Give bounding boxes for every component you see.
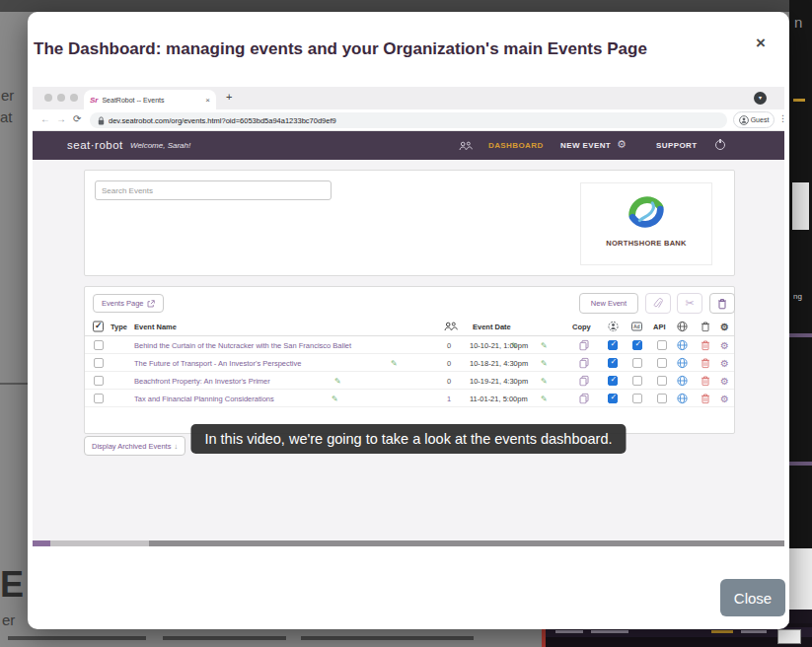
reload-icon[interactable]: ⟳ <box>73 113 81 124</box>
ad-checkbox[interactable] <box>632 358 642 368</box>
lock-icon <box>98 116 105 125</box>
event-name-link[interactable]: The Future of Transport - An Investor's … <box>134 358 301 367</box>
event-row: Behind the Curtain of the Nutcracker wit… <box>85 336 734 354</box>
backdrop-right-strip: ng <box>789 0 812 548</box>
row-checkbox[interactable] <box>94 376 104 386</box>
attendees-icon[interactable] <box>459 141 473 151</box>
row-checkbox[interactable] <box>94 358 104 368</box>
event-name-link[interactable]: Beachfront Property: An Investor's Prime… <box>134 376 270 385</box>
search-events-input[interactable] <box>95 180 332 200</box>
edit-icon[interactable]: ✎ <box>332 394 338 402</box>
back-icon[interactable]: ← <box>40 113 50 124</box>
table-header: Type Event Name Event Date Copy Ad API <box>85 317 734 336</box>
copy-icon[interactable] <box>579 375 589 386</box>
backdrop-divider <box>0 383 28 385</box>
backdrop-text-bar <box>163 636 286 640</box>
nav-item-new-event[interactable]: NEW EVENT <box>560 141 611 150</box>
forward-icon[interactable]: → <box>56 113 66 124</box>
event-name-link[interactable]: Behind the Curtain of the Nutcracker wit… <box>134 340 351 349</box>
video-progress-played[interactable] <box>33 540 50 546</box>
edit-icon[interactable]: ✎ <box>541 358 548 367</box>
tab-close-icon[interactable]: × <box>205 96 210 105</box>
event-date: 10-19-21, 4:30pm <box>470 376 528 385</box>
attendee-count: 0 <box>447 358 451 367</box>
globe-icon[interactable] <box>677 393 688 403</box>
globe-icon[interactable] <box>677 339 688 350</box>
settings-gear-icon[interactable]: ⚙ <box>720 357 729 368</box>
api-checkbox[interactable] <box>657 358 667 368</box>
settings-gear-icon[interactable]: ⚙ <box>617 138 627 151</box>
api-checkbox[interactable] <box>657 394 667 403</box>
trash-icon[interactable] <box>701 357 710 368</box>
podcast-icon <box>608 321 619 331</box>
podcast-checkbox[interactable] <box>608 340 618 350</box>
address-bar[interactable]: dev.seatrobot.com/org/events.html?oid=60… <box>90 112 727 128</box>
edit-icon[interactable]: ✎ <box>391 358 398 367</box>
events-page-button[interactable]: Events Page <box>93 294 164 313</box>
browser-menu-icon[interactable]: ⋮ <box>778 113 784 123</box>
nav-item-support[interactable]: SUPPORT <box>656 141 697 150</box>
settings-gear-icon[interactable]: ⚙ <box>720 393 729 403</box>
trash-icon[interactable] <box>701 339 710 350</box>
trash-icon[interactable] <box>701 393 710 403</box>
select-all-checkbox[interactable] <box>93 321 104 331</box>
edit-icon[interactable]: ✎ <box>541 340 548 349</box>
extension-icon[interactable]: ▾ <box>754 92 767 105</box>
logout-power-icon[interactable] <box>715 140 725 150</box>
video-progress-remaining[interactable] <box>149 540 784 546</box>
edit-icon[interactable]: ✎ <box>541 394 548 402</box>
api-checkbox[interactable] <box>657 340 667 350</box>
delete-button[interactable] <box>709 293 735 314</box>
modal-title: The Dashboard: managing events and your … <box>34 39 744 59</box>
row-checkbox[interactable] <box>94 340 104 350</box>
events-card: Events Page New Event ✂ <box>84 286 735 434</box>
display-archived-events-button[interactable]: Display Archived Events ↓ <box>84 436 185 456</box>
settings-gear-icon[interactable]: ⚙ <box>720 339 729 350</box>
podcast-checkbox[interactable] <box>608 394 618 403</box>
backdrop-fragment: er <box>2 611 15 628</box>
guest-profile-button[interactable]: Guest <box>733 111 775 128</box>
browser-tab[interactable]: Sr SeatRobot -- Events × <box>84 90 216 109</box>
copy-icon[interactable] <box>579 357 589 368</box>
new-tab-button[interactable]: + <box>226 91 232 103</box>
header-event-name: Event Name <box>134 322 177 330</box>
backdrop-light-gap <box>789 548 812 610</box>
trash-icon[interactable] <box>701 375 710 386</box>
api-checkbox[interactable] <box>657 376 667 386</box>
podcast-checkbox[interactable] <box>608 358 618 368</box>
attendees-count-icon <box>444 322 458 331</box>
event-date: 10-18-21, 4:30pm <box>470 358 528 367</box>
traffic-light-icon <box>70 94 78 102</box>
screen: ng n er at E er The Dashboard: managing … <box>0 0 812 647</box>
attach-button[interactable] <box>645 293 671 314</box>
copy-icon[interactable] <box>579 339 589 350</box>
backdrop-sliver <box>793 99 805 102</box>
backdrop-sliver <box>789 333 812 337</box>
header-type: Type <box>111 322 127 330</box>
globe-icon[interactable] <box>677 357 688 368</box>
cut-button[interactable]: ✂ <box>677 293 702 314</box>
row-checkbox[interactable] <box>94 394 104 403</box>
settings-gear-icon[interactable]: ⚙ <box>720 375 729 386</box>
seatrobot-logo[interactable]: seat·robot <box>67 139 123 151</box>
site-navbar: seat·robot Welcome, Sarah! DASHBOARD NEW… <box>33 131 784 160</box>
ad-checkbox[interactable] <box>632 376 642 386</box>
browser-toolbar: ← → ⟳ dev.seatrobot.com/org/events.html?… <box>33 109 784 131</box>
modal-close-icon[interactable]: × <box>756 34 766 53</box>
event-name-link[interactable]: Tax and Financial Planning Consideration… <box>134 394 274 402</box>
podcast-checkbox[interactable] <box>608 376 618 386</box>
edit-icon[interactable]: ✎ <box>541 376 548 385</box>
trash-icon <box>717 298 727 310</box>
backdrop-top-band <box>0 0 812 12</box>
tutorial-video[interactable]: Sr SeatRobot -- Events × + ▾ ← → ⟳ dev.s… <box>33 87 784 546</box>
ad-checkbox[interactable] <box>632 394 642 403</box>
close-button[interactable]: Close <box>720 579 785 616</box>
nav-item-dashboard[interactable]: DASHBOARD <box>488 141 544 150</box>
video-progress-buffered[interactable] <box>50 540 149 546</box>
new-event-button[interactable]: New Event <box>579 293 638 314</box>
ad-checkbox[interactable] <box>632 340 642 350</box>
copy-icon[interactable] <box>579 393 589 403</box>
header-api: API <box>653 322 666 330</box>
edit-icon[interactable]: ✎ <box>334 376 341 385</box>
globe-icon[interactable] <box>677 375 688 386</box>
